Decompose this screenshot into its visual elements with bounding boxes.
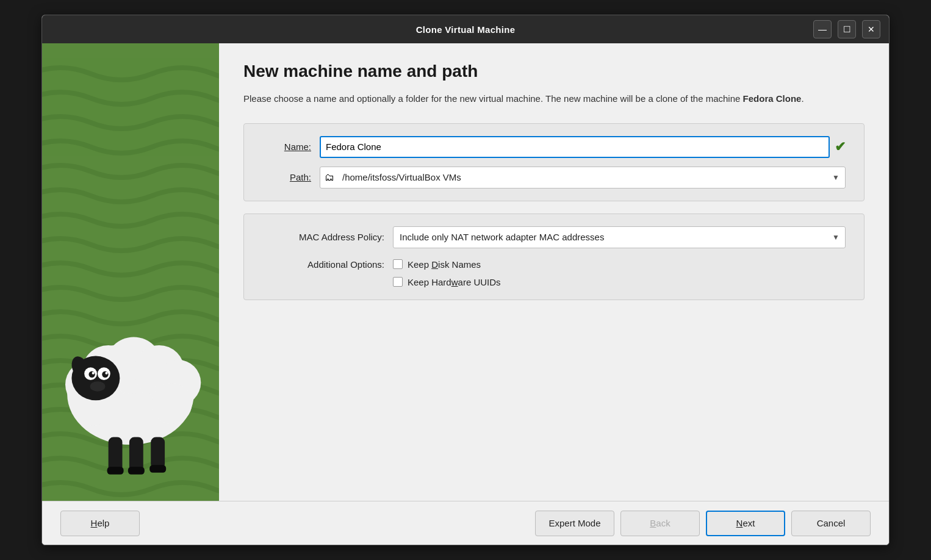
content-area: New machine name and path Please choose … (42, 43, 889, 501)
footer-right: Expert Mode Back Next Cancel (535, 511, 871, 536)
svg-point-13 (88, 371, 95, 377)
sidebar-illustration (42, 43, 219, 501)
folder-icon: 🗂 (325, 172, 334, 183)
mac-label: MAC Address Policy: (262, 232, 384, 242)
path-select-wrapper: 🗂 /home/itsfoss/VirtualBox VMs ▼ (320, 167, 846, 188)
keep-hardware-uuids-label: Keep Hardware UUIDs (408, 277, 501, 287)
help-label: Help (91, 518, 110, 528)
keep-hardware-uuids-checkbox[interactable] (393, 277, 403, 287)
next-button[interactable]: Next (706, 511, 785, 536)
additional-options-row: Additional Options: Keep Disk Names (262, 259, 846, 270)
name-input-wrapper: ✔ (320, 136, 846, 158)
titlebar: Clone Virtual Machine — ☐ ✕ (42, 15, 889, 43)
next-label: Next (736, 518, 755, 528)
svg-point-16 (105, 372, 107, 374)
name-row: Name: ✔ (262, 136, 846, 158)
keep-disk-names-label: Keep Disk Names (408, 259, 481, 270)
back-label: Back (650, 518, 670, 528)
sheep-illustration (48, 280, 213, 483)
description-text-1: Please choose a name and optionally a fo… (243, 93, 743, 104)
window-title: Clone Virtual Machine (416, 24, 516, 35)
name-path-section: Name: ✔ Path: 🗂 /home/itsfoss/VirtualBox… (243, 123, 864, 201)
keep-disk-names-checkbox[interactable] (393, 259, 403, 269)
svg-point-15 (92, 372, 95, 374)
svg-rect-22 (128, 467, 145, 474)
clone-vm-window: Clone Virtual Machine — ☐ ✕ (41, 15, 890, 545)
svg-rect-21 (107, 467, 124, 474)
name-label: Name: (262, 142, 311, 152)
description-bold: Fedora Clone (743, 93, 802, 104)
svg-point-7 (151, 383, 192, 423)
minimize-button[interactable]: — (813, 20, 832, 38)
description-text-2: . (801, 93, 803, 104)
description: Please choose a name and optionally a fo… (243, 92, 805, 106)
mac-select[interactable]: Include only NAT network adapter MAC add… (393, 226, 846, 248)
window-controls: — ☐ ✕ (813, 20, 880, 38)
back-button[interactable]: Back (620, 511, 700, 536)
close-button[interactable]: ✕ (862, 20, 880, 38)
svg-rect-23 (149, 465, 166, 472)
svg-rect-19 (129, 437, 143, 472)
keep-hardware-uuids-row: Keep Hardware UUIDs (262, 277, 846, 287)
footer: Help Expert Mode Back Next Cancel (42, 501, 889, 545)
mac-select-wrapper: Include only NAT network adapter MAC add… (393, 226, 846, 248)
help-button[interactable]: Help (60, 511, 140, 536)
expert-mode-label: Expert Mode (548, 518, 600, 528)
main-panel: New machine name and path Please choose … (219, 43, 889, 501)
expert-mode-button[interactable]: Expert Mode (535, 511, 614, 536)
mac-row: MAC Address Policy: Include only NAT net… (262, 226, 846, 248)
maximize-button[interactable]: ☐ (838, 20, 856, 38)
path-row: Path: 🗂 /home/itsfoss/VirtualBox VMs ▼ (262, 167, 846, 188)
svg-rect-18 (109, 437, 123, 472)
svg-point-14 (102, 371, 108, 377)
cancel-label: Cancel (817, 518, 846, 528)
name-input[interactable] (320, 136, 830, 158)
additional-options-label: Additional Options: (262, 259, 384, 270)
path-select[interactable]: /home/itsfoss/VirtualBox VMs (320, 167, 846, 188)
options-section: MAC Address Policy: Include only NAT net… (243, 214, 864, 300)
footer-left: Help (60, 511, 535, 536)
path-label: Path: (262, 172, 311, 182)
cancel-button[interactable]: Cancel (791, 511, 871, 536)
svg-point-17 (90, 381, 106, 392)
page-title: New machine name and path (243, 62, 864, 81)
name-valid-icon: ✔ (835, 139, 846, 155)
svg-rect-20 (151, 437, 165, 468)
